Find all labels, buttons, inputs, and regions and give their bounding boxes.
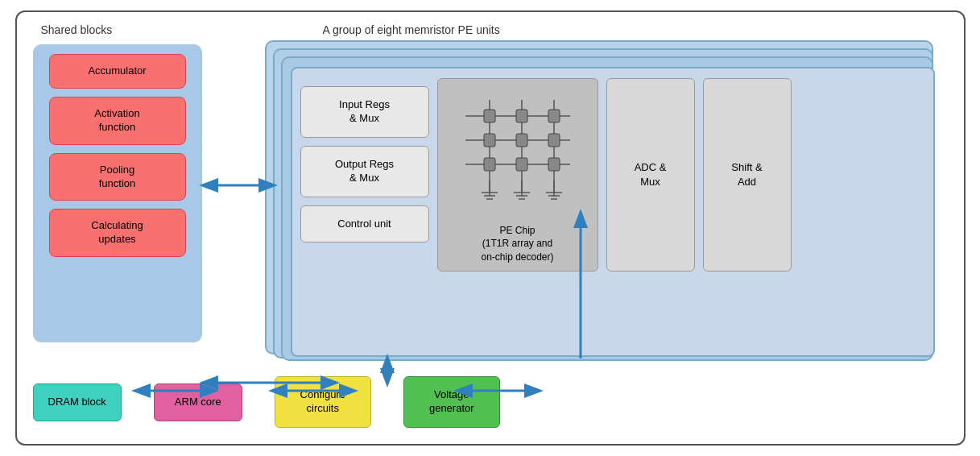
calculating-updates-block: Calculatingupdates [49,209,186,257]
memristor-diagram [449,92,586,221]
svg-rect-9 [484,134,495,147]
shared-blocks-label: Shared blocks [41,23,113,36]
activation-function-block: Activationfunction [49,97,186,145]
pe-unit-panel: Input Regs& Mux Output Regs& Mux Control… [291,67,935,357]
configure-circuits-block: Configurecircuits [275,376,371,428]
shared-blocks-panel: Accumulator Activationfunction Poolingfu… [33,44,202,342]
svg-rect-13 [516,158,527,171]
arm-core-block: ARM core [154,383,242,421]
input-regs-box: Input Regs& Mux [300,86,429,138]
bottom-row: DRAM block ARM core Configurecircuits Vo… [33,376,948,428]
svg-rect-12 [484,158,495,171]
svg-rect-8 [548,110,560,122]
output-regs-box: Output Regs& Mux [300,146,429,197]
accumulator-block: Accumulator [49,54,186,89]
pe-chip-area: PE Chip(1T1R array andon-chip decoder) [437,78,598,272]
pooling-function-block: Poolingfunction [49,153,186,201]
voltage-generator-block: Voltagegenerator [403,376,500,428]
group-label: A group of eight memristor PE units [323,23,500,36]
control-unit-box: Control unit [300,205,429,243]
svg-rect-7 [516,110,527,122]
dram-block: DRAM block [33,383,122,421]
svg-rect-14 [548,158,560,171]
adc-mux-box: ADC &Mux [606,78,695,272]
pe-chip-label: PE Chip(1T1R array andon-chip decoder) [481,224,553,264]
pe-left-column: Input Regs& Mux Output Regs& Mux Control… [300,86,429,243]
svg-rect-11 [548,134,560,147]
svg-rect-10 [516,134,527,147]
main-diagram: Shared blocks A group of eight memristor… [15,10,966,446]
svg-rect-6 [484,110,495,122]
shift-add-box: Shift &Add [703,78,792,272]
